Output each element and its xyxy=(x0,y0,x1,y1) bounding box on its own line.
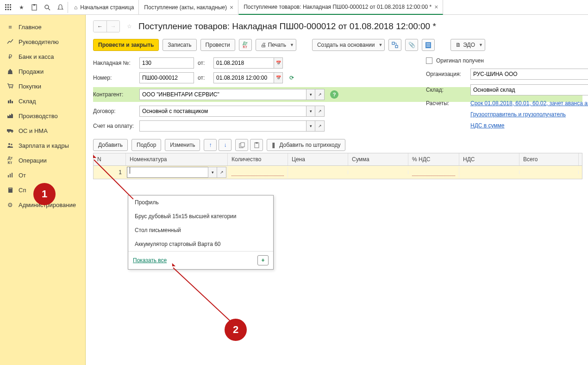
from-label: от: xyxy=(198,75,210,81)
bag-icon xyxy=(6,68,14,75)
tab-receipts[interactable]: Поступление (акты, накладные) × xyxy=(139,0,238,15)
edit-button[interactable]: Изменить xyxy=(165,139,200,151)
apps-icon[interactable] xyxy=(2,1,15,14)
svg-rect-0 xyxy=(5,4,6,6)
search-icon[interactable] xyxy=(41,1,54,14)
dtkt-button[interactable]: ДтКт xyxy=(239,39,252,51)
add-by-barcode-button[interactable]: |||| Добавить по штрихкоду xyxy=(267,139,345,151)
sidebar-label: Зарплата и кадры xyxy=(19,142,69,149)
sidebar-item-sales[interactable]: Продажи xyxy=(0,64,85,79)
add-new-button[interactable]: + xyxy=(257,255,269,265)
original-received-checkbox[interactable] xyxy=(426,57,432,64)
dropdown-item[interactable]: Брус дубовый 15х15 высшей категории xyxy=(128,209,273,223)
calendar-icon[interactable]: 📅 xyxy=(274,72,283,83)
invoice-no-input[interactable] xyxy=(139,57,194,69)
cell-vat[interactable] xyxy=(408,167,459,178)
sidebar-item-operations[interactable]: ДтКтОперации xyxy=(0,153,85,168)
chevron-down-icon[interactable]: ▾ xyxy=(306,120,315,132)
list-button[interactable] xyxy=(422,39,435,51)
tab-home[interactable]: ⌂ Начальная страница xyxy=(71,0,139,15)
invoice-date-input[interactable] xyxy=(213,57,274,69)
sidebar-item-salary[interactable]: Зарплата и кадры xyxy=(0,138,85,153)
move-up-button[interactable]: ↑ xyxy=(204,139,217,151)
paste-button[interactable] xyxy=(250,139,263,151)
add-button[interactable]: Добавить xyxy=(93,139,128,151)
show-all-link[interactable]: Показать все xyxy=(133,257,167,264)
chevron-down-icon[interactable]: ▾ xyxy=(306,89,315,100)
cell-nomenclature[interactable]: ▾ ↗ xyxy=(126,166,228,179)
chevron-down-icon[interactable]: ▾ xyxy=(208,167,217,178)
copy-button[interactable] xyxy=(235,139,248,151)
th-sum[interactable]: Сумма xyxy=(348,153,408,165)
contract-input[interactable] xyxy=(139,106,306,117)
number-date-input[interactable] xyxy=(213,72,274,83)
th-price[interactable]: Цена xyxy=(288,153,348,165)
favorite-button[interactable]: ☆ xyxy=(124,21,135,32)
back-button[interactable]: ← xyxy=(94,21,106,32)
move-down-button[interactable]: ↓ xyxy=(219,139,231,151)
open-icon[interactable]: ↗ xyxy=(315,120,325,132)
sidebar-item-bank[interactable]: ₽Банк и касса xyxy=(0,49,85,64)
dropdown-item[interactable]: Профиль xyxy=(128,195,273,209)
star-icon[interactable]: ★ xyxy=(15,1,28,14)
th-nds[interactable]: НДС xyxy=(459,153,519,165)
counterparty-input[interactable] xyxy=(139,89,306,100)
svg-rect-2 xyxy=(10,4,11,6)
close-icon[interactable]: × xyxy=(434,3,438,11)
pick-button[interactable]: Подбор xyxy=(131,139,161,151)
open-icon[interactable]: ↗ xyxy=(315,106,325,117)
org-input[interactable] xyxy=(470,69,588,80)
edo-button[interactable]: 🗎ЭДО▼ xyxy=(450,39,485,51)
svg-point-20 xyxy=(11,131,13,132)
open-icon[interactable]: ↗ xyxy=(315,89,325,100)
open-icon[interactable]: ↗ xyxy=(217,167,226,178)
vat-link[interactable]: НДС в сумме xyxy=(470,122,505,129)
structure-button[interactable] xyxy=(388,39,401,51)
calendar-icon[interactable]: 📅 xyxy=(274,57,283,69)
cell-qty[interactable] xyxy=(228,167,288,178)
post-and-close-button[interactable]: Провести и закрыть xyxy=(93,39,159,51)
settlements-link[interactable]: Срок 01.08.2018, 60.01, 60.02, зачет ава… xyxy=(470,100,588,107)
cell-sum[interactable] xyxy=(348,170,408,174)
attach-button[interactable]: 📎 xyxy=(405,39,418,51)
save-button[interactable]: Записать xyxy=(163,39,196,51)
payment-invoice-input[interactable] xyxy=(139,120,306,132)
th-qty[interactable]: Количество xyxy=(228,153,288,165)
dropdown-item[interactable]: Стол письменный xyxy=(128,223,273,237)
chevron-down-icon[interactable]: ▾ xyxy=(306,106,315,117)
tab-current-doc[interactable]: Поступление товаров: Накладная ПШ00-0000… xyxy=(238,0,443,15)
th-total[interactable]: Всего xyxy=(519,153,579,165)
table-row[interactable]: 1 ▾ ↗ xyxy=(94,166,582,179)
bell-icon[interactable] xyxy=(54,1,67,14)
shipper-link[interactable]: Грузоотправитель и грузополучатель xyxy=(470,111,566,118)
post-button[interactable]: Провести xyxy=(200,39,235,51)
print-button[interactable]: 🖨Печать▼ xyxy=(256,39,296,51)
sidebar-label: Главное xyxy=(19,24,42,31)
help-icon[interactable]: ? xyxy=(330,90,338,99)
warehouse-input[interactable] xyxy=(470,84,588,95)
create-based-button[interactable]: Создать на основании▼ xyxy=(312,39,385,51)
cell-price[interactable] xyxy=(288,170,348,174)
sidebar-item-main[interactable]: ≡Главное xyxy=(0,19,85,34)
sidebar-item-warehouse[interactable]: Склад xyxy=(0,94,85,108)
sidebar-item-assets[interactable]: ОС и НМА xyxy=(0,123,85,138)
th-nomenclature[interactable]: Номенклатура xyxy=(126,153,228,165)
svg-line-12 xyxy=(48,8,50,10)
sidebar-item-manager[interactable]: Руководителю xyxy=(0,34,85,49)
clipboard-icon[interactable] xyxy=(28,1,41,14)
th-vat-pct[interactable]: % НДС xyxy=(408,153,459,165)
table-header: N Номенклатура Количество Цена Сумма % Н… xyxy=(94,153,582,166)
svg-point-21 xyxy=(8,143,10,145)
dropdown-item[interactable]: Аккумулятор стартовый Варта 60 xyxy=(128,237,273,251)
cell-nds[interactable] xyxy=(459,170,519,174)
number-input[interactable] xyxy=(139,72,194,83)
sidebar-item-purchases[interactable]: Покупки xyxy=(0,79,85,94)
tab-home-label: Начальная страница xyxy=(80,4,134,11)
sidebar-item-reports[interactable]: От xyxy=(0,168,85,182)
refresh-icon[interactable]: ⟳ xyxy=(289,75,294,81)
forward-button[interactable]: → xyxy=(106,21,119,32)
sidebar-item-production[interactable]: Производство xyxy=(0,108,85,123)
cell-total[interactable] xyxy=(519,170,579,174)
items-table: N Номенклатура Количество Цена Сумма % Н… xyxy=(93,153,582,179)
close-icon[interactable]: × xyxy=(230,4,233,11)
